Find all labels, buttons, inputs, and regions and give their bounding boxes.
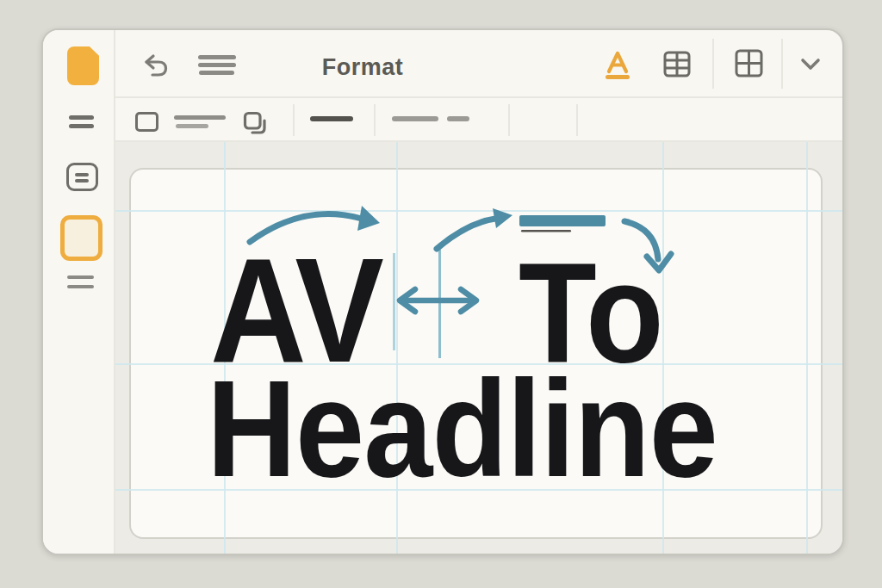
- page-thumbnail-button[interactable]: [66, 163, 98, 191]
- grid-line-horizontal: [115, 210, 844, 212]
- text-lines-button[interactable]: [174, 115, 227, 129]
- grid-line-vertical: [662, 142, 664, 555]
- sidebar-text-lines-icon: [67, 275, 94, 279]
- format-bar: [43, 98, 842, 142]
- grid-line-vertical: [396, 142, 398, 555]
- main-toolbar: Format: [43, 30, 842, 98]
- format-bar-divider: [576, 104, 578, 136]
- grid-layout-button[interactable]: [735, 49, 763, 77]
- align-lines-icon: [69, 115, 94, 120]
- stroke-light-short-swatch[interactable]: [447, 116, 469, 121]
- text-color-icon: [603, 48, 632, 81]
- expand-toolbar-button[interactable]: [799, 57, 822, 72]
- chevron-down-icon: [799, 57, 822, 72]
- toolbar-divider: [712, 39, 714, 89]
- sidebar-text-lines-button[interactable]: [67, 275, 94, 288]
- duplicate-icon: [243, 111, 269, 136]
- stroke-light-long-swatch[interactable]: [392, 116, 438, 121]
- spacing-cursor-guide-left: [393, 253, 395, 350]
- format-bar-divider: [293, 104, 295, 136]
- menu-button[interactable]: [198, 55, 236, 75]
- stroke-dark-swatch[interactable]: [310, 116, 353, 121]
- format-bar-divider: [374, 104, 376, 136]
- spacing-cursor-guide-right: [438, 250, 441, 358]
- page-thumbnail-icon: [75, 173, 89, 176]
- text-lines-icon: [174, 115, 226, 120]
- color-swatch-selected[interactable]: [60, 215, 102, 261]
- document-card[interactable]: [129, 168, 823, 539]
- grid-2x2-icon: [735, 49, 763, 77]
- undo-icon: [142, 52, 170, 80]
- toolbar-divider: [781, 39, 783, 89]
- grid-line-vertical: [224, 142, 226, 555]
- left-sidebar: [43, 30, 115, 554]
- text-color-button[interactable]: [603, 48, 632, 81]
- table-button[interactable]: [663, 51, 691, 77]
- grid-line-horizontal: [43, 489, 844, 491]
- grid-line-vertical: [806, 142, 808, 555]
- app-window: AV To Headline: [41, 28, 844, 555]
- toolbar-title: Format: [307, 54, 419, 81]
- duplicate-button[interactable]: [243, 111, 269, 136]
- grid-line-horizontal: [115, 363, 844, 365]
- table-icon: [663, 51, 691, 77]
- document-icon[interactable]: [67, 46, 99, 85]
- align-lines-button[interactable]: [69, 115, 94, 129]
- undo-button[interactable]: [142, 52, 170, 80]
- shape-rect-button[interactable]: [135, 112, 158, 132]
- menu-icon: [198, 55, 236, 59]
- format-bar-divider: [508, 104, 510, 136]
